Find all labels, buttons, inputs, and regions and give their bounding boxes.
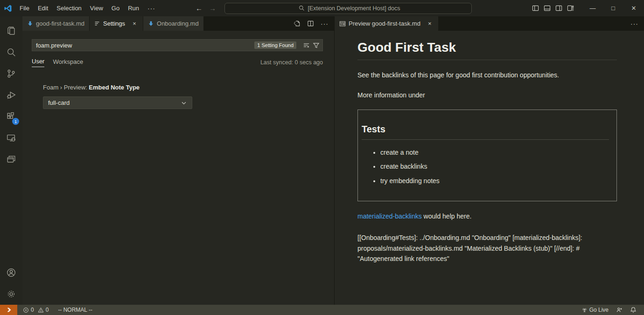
settings-editor-icon [94, 21, 100, 27]
nav-forward-icon: → [209, 4, 216, 12]
filter-funnel-icon[interactable] [313, 42, 320, 49]
setting-name: Embed Note Type [89, 84, 140, 91]
menu-bar: File Edit Selection View Go Run ··· [16, 3, 159, 14]
markdown-file-icon [27, 21, 33, 27]
more-actions-icon[interactable]: ··· [630, 20, 638, 27]
split-editor-icon[interactable] [307, 20, 314, 27]
markdown-preview: Good First Task See the backlinks of thi… [335, 31, 644, 305]
markdown-file-icon [148, 21, 154, 27]
warning-icon [38, 307, 44, 313]
close-tab-icon[interactable]: × [131, 20, 138, 27]
extensions-icon[interactable]: 1 [0, 106, 22, 127]
command-center-label: [Extension Development Host] docs [308, 5, 400, 12]
tab-onboarding[interactable]: Onboarding.md [143, 16, 204, 31]
customize-layout-icon[interactable] [567, 5, 574, 12]
command-center-search[interactable]: [Extension Development Host] docs [224, 3, 472, 14]
editor-layouts-icon[interactable] [0, 149, 22, 170]
close-window-button[interactable]: ✕ [623, 0, 644, 16]
embedded-note-list: create a note create backlinks try embed… [380, 147, 609, 186]
vscode-window: File Edit Selection View Go Run ··· ← → … [0, 0, 644, 315]
list-item: try embedding notes [380, 176, 609, 186]
toggle-panel-icon[interactable] [544, 5, 551, 12]
editor-group-right: Preview good-first-task.md × ··· Good Fi… [334, 16, 644, 305]
activity-bar: 1 [0, 16, 22, 305]
right-tab-row: Preview good-first-task.md × ··· [335, 16, 644, 31]
minimize-button[interactable]: — [582, 0, 603, 16]
clear-filters-icon[interactable] [303, 42, 310, 49]
setting-embed-note-type: Foam › Preview: Embed Note Type full-car… [43, 84, 323, 109]
run-debug-icon[interactable] [0, 84, 22, 106]
scope-tab-user[interactable]: User [32, 58, 44, 67]
menu-file[interactable]: File [16, 3, 33, 14]
toggle-sidebar-icon[interactable] [532, 5, 539, 12]
last-synced-label: Last synced: 0 secs ago [260, 59, 323, 66]
feedback-icon[interactable] [613, 307, 625, 313]
settings-editor: foam.preview 1 Setting Found User Worksp… [22, 31, 334, 305]
title-bar: File Edit Selection View Go Run ··· ← → … [0, 0, 644, 16]
backlink-paragraph: materialized-backlinks would help here. [357, 212, 619, 221]
left-tab-row: good-first-task.md Settings × Onboarding… [22, 16, 334, 31]
settings-search-value: foam.preview [36, 42, 72, 49]
preview-paragraph: See the backlinks of this page for good … [357, 70, 619, 80]
open-settings-json-icon[interactable] [294, 20, 301, 27]
maximize-button[interactable]: □ [603, 0, 623, 16]
embed-note-type-dropdown[interactable]: full-card [43, 96, 192, 109]
embedded-note-title: Tests [362, 124, 609, 140]
list-item: create a note [380, 147, 609, 158]
search-icon [299, 5, 305, 11]
preview-title: Good First Task [357, 40, 617, 60]
source-control-icon[interactable] [0, 63, 22, 84]
search-sidebar-icon[interactable] [0, 41, 22, 63]
settings-results-badge: 1 Setting Found [254, 41, 296, 49]
list-item: create backlinks [380, 161, 609, 171]
link-references-paragraph: [[Onboarding#Tests]: ../Onboarding.md "O… [357, 233, 619, 264]
tab-settings[interactable]: Settings × [90, 16, 143, 31]
tab-good-first-task[interactable]: good-first-task.md [22, 16, 90, 31]
problems-indicator[interactable]: 0 0 [20, 307, 51, 313]
remote-icon [6, 307, 12, 313]
vscode-logo-icon [0, 4, 16, 13]
error-icon [23, 307, 29, 313]
chevron-down-icon [181, 100, 187, 106]
menu-selection[interactable]: Selection [53, 3, 85, 14]
dropdown-value: full-card [48, 99, 70, 106]
menu-edit[interactable]: Edit [34, 3, 52, 14]
vim-mode-indicator[interactable]: -- NORMAL -- [55, 307, 95, 313]
nav-back-icon[interactable]: ← [196, 4, 203, 12]
notifications-bell-icon[interactable] [627, 307, 639, 313]
toggle-secondary-sidebar-icon[interactable] [555, 5, 562, 12]
remote-explorer-icon[interactable] [0, 127, 22, 149]
go-live-button[interactable]: Go Live [579, 307, 611, 313]
more-actions-icon[interactable]: ··· [321, 20, 329, 27]
editor-group-left: good-first-task.md Settings × Onboarding… [22, 16, 334, 305]
explorer-icon[interactable] [0, 20, 22, 41]
status-bar: 0 0 -- NORMAL -- Go Live [0, 305, 644, 315]
menu-view[interactable]: View [86, 3, 107, 14]
close-tab-icon[interactable]: × [426, 20, 434, 27]
embedded-note-card: Tests create a note create backlinks try… [357, 110, 617, 201]
error-count: 0 [31, 307, 34, 313]
menu-more-icon[interactable]: ··· [144, 3, 159, 14]
remote-indicator[interactable] [0, 305, 17, 315]
accounts-icon[interactable] [0, 262, 22, 283]
scope-tab-workspace[interactable]: Workspace [53, 58, 83, 67]
warning-count: 0 [46, 307, 49, 313]
preview-paragraph: More information under [357, 90, 619, 100]
broadcast-icon [581, 307, 588, 313]
tab-preview-good-first-task[interactable]: Preview good-first-task.md × [335, 16, 439, 31]
setting-category: Foam › Preview: [43, 84, 89, 91]
settings-search-input[interactable]: foam.preview 1 Setting Found [32, 39, 323, 51]
settings-gear-icon[interactable] [0, 283, 22, 305]
open-preview-icon [339, 21, 346, 27]
materialized-backlinks-link[interactable]: materialized-backlinks [357, 212, 422, 220]
extensions-badge: 1 [12, 118, 19, 125]
menu-run[interactable]: Run [124, 3, 143, 14]
menu-go[interactable]: Go [108, 3, 123, 14]
